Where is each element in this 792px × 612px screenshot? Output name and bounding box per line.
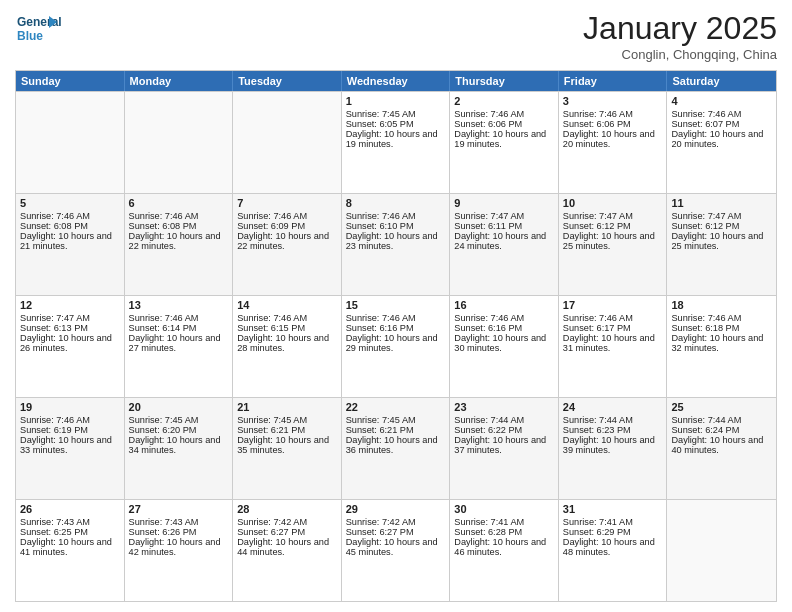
day-number-14: 14 [237, 299, 337, 311]
calendar-cell-empty [125, 92, 234, 193]
calendar-cell-25: 25Sunrise: 7:44 AMSunset: 6:24 PMDayligh… [667, 398, 776, 499]
sunset-26: Sunset: 6:25 PM [20, 527, 120, 537]
day-number-9: 9 [454, 197, 554, 209]
calendar-cell-1: 1Sunrise: 7:45 AMSunset: 6:05 PMDaylight… [342, 92, 451, 193]
sunset-23: Sunset: 6:22 PM [454, 425, 554, 435]
sunrise-2: Sunrise: 7:46 AM [454, 109, 554, 119]
sunrise-7: Sunrise: 7:46 AM [237, 211, 337, 221]
calendar-week-2: 5Sunrise: 7:46 AMSunset: 6:08 PMDaylight… [16, 193, 776, 295]
calendar-cell-11: 11Sunrise: 7:47 AMSunset: 6:12 PMDayligh… [667, 194, 776, 295]
sunset-27: Sunset: 6:26 PM [129, 527, 229, 537]
daylight-24: Daylight: 10 hours and 39 minutes. [563, 435, 663, 455]
calendar-cell-19: 19Sunrise: 7:46 AMSunset: 6:19 PMDayligh… [16, 398, 125, 499]
day-number-23: 23 [454, 401, 554, 413]
sunrise-13: Sunrise: 7:46 AM [129, 313, 229, 323]
day-number-3: 3 [563, 95, 663, 107]
sunrise-5: Sunrise: 7:46 AM [20, 211, 120, 221]
sunset-1: Sunset: 6:05 PM [346, 119, 446, 129]
calendar-cell-empty [16, 92, 125, 193]
daylight-26: Daylight: 10 hours and 41 minutes. [20, 537, 120, 557]
day-number-20: 20 [129, 401, 229, 413]
sunrise-14: Sunrise: 7:46 AM [237, 313, 337, 323]
daylight-8: Daylight: 10 hours and 23 minutes. [346, 231, 446, 251]
day-number-1: 1 [346, 95, 446, 107]
sunset-14: Sunset: 6:15 PM [237, 323, 337, 333]
sunset-8: Sunset: 6:10 PM [346, 221, 446, 231]
daylight-23: Daylight: 10 hours and 37 minutes. [454, 435, 554, 455]
day-number-31: 31 [563, 503, 663, 515]
sunrise-9: Sunrise: 7:47 AM [454, 211, 554, 221]
day-of-week-sunday: Sunday [16, 71, 125, 91]
sunrise-19: Sunrise: 7:46 AM [20, 415, 120, 425]
calendar-cell-6: 6Sunrise: 7:46 AMSunset: 6:08 PMDaylight… [125, 194, 234, 295]
sunset-7: Sunset: 6:09 PM [237, 221, 337, 231]
sunset-28: Sunset: 6:27 PM [237, 527, 337, 537]
sunset-15: Sunset: 6:16 PM [346, 323, 446, 333]
day-number-4: 4 [671, 95, 772, 107]
sunrise-26: Sunrise: 7:43 AM [20, 517, 120, 527]
daylight-17: Daylight: 10 hours and 31 minutes. [563, 333, 663, 353]
calendar-cell-29: 29Sunrise: 7:42 AMSunset: 6:27 PMDayligh… [342, 500, 451, 601]
title-block: January 2025 Conglin, Chongqing, China [583, 10, 777, 62]
calendar-header: SundayMondayTuesdayWednesdayThursdayFrid… [16, 71, 776, 91]
day-of-week-tuesday: Tuesday [233, 71, 342, 91]
sunset-6: Sunset: 6:08 PM [129, 221, 229, 231]
sunset-5: Sunset: 6:08 PM [20, 221, 120, 231]
calendar-cell-26: 26Sunrise: 7:43 AMSunset: 6:25 PMDayligh… [16, 500, 125, 601]
calendar-week-5: 26Sunrise: 7:43 AMSunset: 6:25 PMDayligh… [16, 499, 776, 601]
calendar-week-4: 19Sunrise: 7:46 AMSunset: 6:19 PMDayligh… [16, 397, 776, 499]
page: General Blue January 2025 Conglin, Chong… [0, 0, 792, 612]
calendar-cell-17: 17Sunrise: 7:46 AMSunset: 6:17 PMDayligh… [559, 296, 668, 397]
sunset-11: Sunset: 6:12 PM [671, 221, 772, 231]
sunrise-23: Sunrise: 7:44 AM [454, 415, 554, 425]
svg-text:Blue: Blue [17, 29, 43, 43]
calendar-cell-empty [233, 92, 342, 193]
sunset-18: Sunset: 6:18 PM [671, 323, 772, 333]
sunrise-6: Sunrise: 7:46 AM [129, 211, 229, 221]
daylight-25: Daylight: 10 hours and 40 minutes. [671, 435, 772, 455]
sunset-4: Sunset: 6:07 PM [671, 119, 772, 129]
daylight-1: Daylight: 10 hours and 19 minutes. [346, 129, 446, 149]
daylight-30: Daylight: 10 hours and 46 minutes. [454, 537, 554, 557]
calendar-cell-21: 21Sunrise: 7:45 AMSunset: 6:21 PMDayligh… [233, 398, 342, 499]
daylight-7: Daylight: 10 hours and 22 minutes. [237, 231, 337, 251]
sunrise-22: Sunrise: 7:45 AM [346, 415, 446, 425]
daylight-3: Daylight: 10 hours and 20 minutes. [563, 129, 663, 149]
calendar-cell-31: 31Sunrise: 7:41 AMSunset: 6:29 PMDayligh… [559, 500, 668, 601]
calendar-cell-22: 22Sunrise: 7:45 AMSunset: 6:21 PMDayligh… [342, 398, 451, 499]
sunrise-11: Sunrise: 7:47 AM [671, 211, 772, 221]
calendar-cell-8: 8Sunrise: 7:46 AMSunset: 6:10 PMDaylight… [342, 194, 451, 295]
daylight-15: Daylight: 10 hours and 29 minutes. [346, 333, 446, 353]
day-number-6: 6 [129, 197, 229, 209]
day-number-24: 24 [563, 401, 663, 413]
daylight-28: Daylight: 10 hours and 44 minutes. [237, 537, 337, 557]
daylight-14: Daylight: 10 hours and 28 minutes. [237, 333, 337, 353]
sunrise-17: Sunrise: 7:46 AM [563, 313, 663, 323]
sunrise-18: Sunrise: 7:46 AM [671, 313, 772, 323]
sunrise-1: Sunrise: 7:45 AM [346, 109, 446, 119]
day-number-17: 17 [563, 299, 663, 311]
sunrise-21: Sunrise: 7:45 AM [237, 415, 337, 425]
calendar-cell-empty [667, 500, 776, 601]
day-number-11: 11 [671, 197, 772, 209]
day-number-28: 28 [237, 503, 337, 515]
day-number-18: 18 [671, 299, 772, 311]
logo-svg: General Blue [15, 10, 95, 54]
daylight-21: Daylight: 10 hours and 35 minutes. [237, 435, 337, 455]
calendar-cell-9: 9Sunrise: 7:47 AMSunset: 6:11 PMDaylight… [450, 194, 559, 295]
day-number-19: 19 [20, 401, 120, 413]
sunset-30: Sunset: 6:28 PM [454, 527, 554, 537]
daylight-9: Daylight: 10 hours and 24 minutes. [454, 231, 554, 251]
daylight-4: Daylight: 10 hours and 20 minutes. [671, 129, 772, 149]
sunset-21: Sunset: 6:21 PM [237, 425, 337, 435]
calendar-cell-3: 3Sunrise: 7:46 AMSunset: 6:06 PMDaylight… [559, 92, 668, 193]
day-number-27: 27 [129, 503, 229, 515]
sunset-20: Sunset: 6:20 PM [129, 425, 229, 435]
day-number-8: 8 [346, 197, 446, 209]
sunset-25: Sunset: 6:24 PM [671, 425, 772, 435]
calendar-cell-14: 14Sunrise: 7:46 AMSunset: 6:15 PMDayligh… [233, 296, 342, 397]
daylight-16: Daylight: 10 hours and 30 minutes. [454, 333, 554, 353]
logo: General Blue [15, 10, 95, 54]
day-of-week-wednesday: Wednesday [342, 71, 451, 91]
sunrise-29: Sunrise: 7:42 AM [346, 517, 446, 527]
